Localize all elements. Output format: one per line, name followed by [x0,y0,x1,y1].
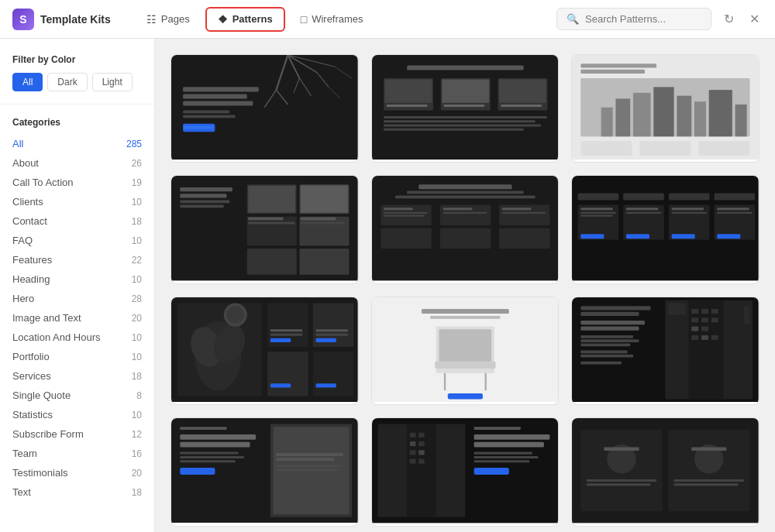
filter-all-button[interactable]: All [12,73,43,91]
svg-rect-120 [316,333,348,335]
svg-rect-96 [626,208,658,211]
category-faq-count: 10 [132,235,142,246]
category-services[interactable]: Services 18 [0,366,154,386]
category-quote-count: 8 [136,390,142,401]
svg-rect-138 [581,326,639,330]
svg-rect-33 [384,129,523,131]
svg-rect-59 [247,249,297,275]
category-features[interactable]: Features 22 [0,250,154,269]
svg-rect-133 [447,393,482,400]
category-statistics[interactable]: Statistics 10 [0,405,154,424]
svg-rect-102 [581,235,604,239]
pattern-preview-4 [171,176,358,280]
category-cta-count: 19 [132,177,142,188]
svg-rect-140 [581,339,639,342]
svg-rect-49 [699,141,750,156]
search-bar[interactable]: 🔍 [556,8,711,30]
svg-rect-146 [689,300,724,400]
svg-rect-41 [633,93,651,136]
svg-rect-152 [711,317,718,322]
svg-rect-132 [430,316,500,319]
pattern-card-7[interactable] [170,297,359,405]
category-all[interactable]: All 285 [0,134,154,153]
svg-rect-184 [410,433,416,438]
close-button[interactable]: ✕ [746,9,763,29]
svg-rect-191 [418,459,425,464]
category-faq[interactable]: FAQ 10 [0,231,154,250]
category-subscribe-form[interactable]: Subscribe Form 12 [0,424,154,444]
category-call-to-action[interactable]: Call To Action 19 [0,173,154,192]
pattern-card-1[interactable] [170,54,359,163]
category-hero-label: Hero [12,293,34,304]
svg-rect-121 [270,338,291,342]
svg-rect-170 [276,453,343,456]
svg-rect-62 [301,186,348,213]
svg-rect-88 [715,194,756,201]
pattern-card-3[interactable] [571,54,760,163]
category-stats-label: Statistics [12,409,53,420]
category-heading[interactable]: Heading 10 [0,269,154,289]
category-quote-label: Single Quote [12,390,71,401]
svg-rect-99 [672,212,707,214]
category-image-and-text[interactable]: Image and Text 20 [0,308,154,328]
category-team-label: Team [12,448,37,459]
svg-rect-97 [626,212,661,214]
svg-rect-79 [384,215,425,217]
filter-dark-button[interactable]: Dark [47,73,87,91]
pattern-card-9[interactable] [571,297,760,405]
pattern-preview-12 [572,418,759,523]
category-contact[interactable]: Contact 18 [0,211,154,231]
svg-rect-64 [301,218,336,221]
svg-rect-149 [711,309,718,314]
content-area [155,39,775,532]
filter-light-button[interactable]: Light [92,73,133,91]
svg-rect-101 [718,212,753,214]
category-clients[interactable]: Clients 10 [0,192,154,211]
category-text[interactable]: Text 18 [0,482,154,502]
svg-rect-43 [677,96,692,137]
pattern-card-10[interactable] [170,417,359,526]
svg-rect-31 [384,120,536,122]
svg-rect-137 [581,321,646,324]
category-all-label: All [12,138,23,149]
svg-rect-12 [183,87,259,91]
nav-wireframes[interactable]: □ Wireframes [288,7,376,32]
svg-rect-130 [439,329,491,361]
svg-rect-93 [581,208,613,211]
svg-rect-183 [407,424,436,517]
svg-rect-65 [248,222,294,225]
topbar-nav: ☷ Pages ❖ Patterns □ Wireframes [134,7,556,32]
svg-rect-153 [692,326,699,331]
category-team[interactable]: Team 16 [0,444,154,463]
refresh-button[interactable]: ↻ [721,9,737,29]
category-location-hours[interactable]: Location And Hours 10 [0,328,154,347]
app-logo[interactable]: S Template Kits [12,9,111,30]
svg-rect-45 [709,90,732,136]
pattern-card-4[interactable] [170,175,359,283]
svg-rect-201 [674,479,744,482]
pattern-card-2[interactable] [371,54,560,163]
category-hero[interactable]: Hero 28 [0,289,154,308]
svg-rect-46 [735,105,747,136]
search-input[interactable] [585,13,701,25]
category-image-text-count: 20 [132,313,142,324]
category-testimonials[interactable]: Testimonials 20 [0,463,154,482]
nav-patterns[interactable]: ❖ Patterns [205,7,285,32]
pattern-card-5[interactable] [371,175,560,283]
pattern-card-12[interactable] [571,417,760,526]
pattern-card-6[interactable] [571,175,760,283]
svg-rect-178 [474,452,532,455]
nav-pages[interactable]: ☷ Pages [134,7,202,32]
pattern-card-8[interactable] [371,297,560,405]
pattern-card-11[interactable] [371,417,560,526]
svg-rect-163 [180,442,250,448]
svg-rect-98 [672,208,704,211]
category-single-quote[interactable]: Single Quote 8 [0,386,154,405]
category-location-label: Location And Hours [12,331,100,343]
category-portfolio[interactable]: Portfolio 10 [0,347,154,366]
svg-rect-155 [692,335,699,340]
category-about[interactable]: About 26 [0,153,154,173]
svg-rect-135 [581,306,651,310]
svg-rect-69 [407,191,523,194]
category-portfolio-count: 10 [132,352,142,362]
